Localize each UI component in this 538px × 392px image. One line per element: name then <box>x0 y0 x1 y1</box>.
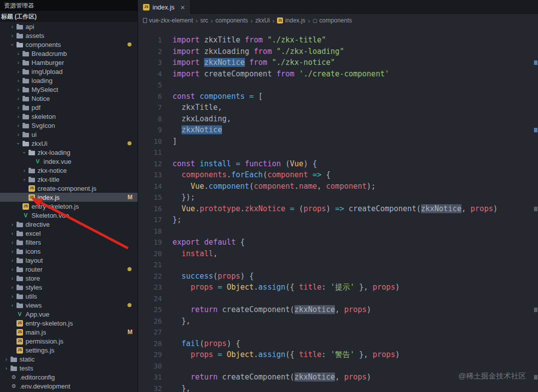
tree-item-tests[interactable]: ›tests <box>0 364 138 373</box>
javascript-file-icon: JS <box>16 338 23 345</box>
tree-item-api[interactable]: ›api <box>0 22 138 31</box>
code-line: 21 <box>138 259 538 271</box>
tree-item-loading[interactable]: ›loading <box>0 76 138 85</box>
breadcrumb-item-components[interactable]: components <box>216 17 248 24</box>
code-token: ( <box>281 159 290 168</box>
chevron-right-icon: › <box>15 86 22 93</box>
modified-contents-dot <box>128 303 132 307</box>
tree-item-zkx-title[interactable]: ›zkx-title <box>0 175 138 184</box>
tree-item-entry-skeleton-js[interactable]: JSentry-skeleton.js <box>0 202 138 211</box>
line-number: 28 <box>138 338 162 350</box>
code-token: }, <box>354 350 372 359</box>
tree-item-skeleton-vue[interactable]: VSkeleton.vue <box>0 211 138 220</box>
folder-icon <box>28 169 35 173</box>
line-number: 20 <box>138 248 162 260</box>
tree-item-ui[interactable]: ›ui <box>0 130 138 139</box>
code-token <box>240 159 244 168</box>
tree-item-hamburger[interactable]: ›Hamburger <box>0 58 138 67</box>
tree-item-views[interactable]: ›views <box>0 301 138 310</box>
workspace-section-header[interactable]: 标题 (工作区) <box>0 11 138 22</box>
tree-item-router[interactable]: ›router <box>0 265 138 274</box>
code-token: }); <box>172 193 195 202</box>
tree-item-assets[interactable]: ›assets <box>0 31 138 40</box>
tree-item-svgicon[interactable]: ›SvgIcon <box>0 121 138 130</box>
javascript-file-icon: JS <box>277 17 283 23</box>
line-number: 3 <box>138 57 162 68</box>
tree-item-label: directive <box>26 221 50 228</box>
file-tree: ›api›assets›components›Breadcrumb›Hambur… <box>0 22 138 392</box>
code-editor[interactable]: 1import zkxTitle from "./zkx-title"2impo… <box>138 27 538 392</box>
tree-item-permission-js[interactable]: JSpermission.js <box>0 337 138 346</box>
code-token <box>286 204 290 213</box>
tree-item-utils[interactable]: ›utils <box>0 292 138 301</box>
tree-item-layout[interactable]: ›layout <box>0 256 138 265</box>
folder-icon <box>16 259 23 263</box>
tree-item-static[interactable]: ›static <box>0 355 138 364</box>
tree-item-myselect[interactable]: ›MySelect <box>0 85 138 94</box>
chevron-right-icon: › <box>3 356 10 363</box>
tree-item-env-development[interactable]: ⚙.env.development <box>0 382 138 391</box>
tab-index-js[interactable]: JS index.js × <box>138 0 190 14</box>
tree-item-imgupload[interactable]: ›imgUpload <box>0 67 138 76</box>
tree-item-filters[interactable]: ›filters <box>0 238 138 247</box>
tree-item-pdf[interactable]: ›pdf <box>0 103 138 112</box>
code-line: 27 <box>138 327 538 338</box>
code-token: , <box>335 373 344 382</box>
tree-item-styles[interactable]: ›styles <box>0 283 138 292</box>
folder-open-icon <box>16 43 23 47</box>
folder-icon <box>16 286 23 290</box>
tree-item-zkxui[interactable]: ›zkxUi <box>0 139 138 148</box>
tree-item-settings-js[interactable]: JSsettings.js <box>0 346 138 355</box>
tree-item-label: components <box>26 41 61 48</box>
tree-item-index-js[interactable]: JSindex.jsM <box>0 193 138 202</box>
code-token: [ <box>254 92 263 101</box>
tree-item-directive[interactable]: ›directive <box>0 220 138 229</box>
code-line: 4import createComponent from './create-c… <box>138 68 538 80</box>
tree-item-label: .editorconfig <box>20 374 55 381</box>
code-token: install <box>200 159 231 168</box>
breadcrumb-separator: › <box>196 17 198 24</box>
breadcrumb-label: src <box>200 17 208 24</box>
breadcrumb-item-index-js[interactable]: JSindex.js <box>277 17 306 24</box>
tree-item-create-component-js[interactable]: JScreate-component.js <box>0 184 138 193</box>
vscode-window: 资源管理器 标题 (工作区) ›api›assets›components›Br… <box>0 0 538 392</box>
close-icon[interactable]: × <box>180 3 185 11</box>
breadcrumb-item-zkxui[interactable]: zkxUi <box>255 17 270 24</box>
tree-item-breadcrumb[interactable]: ›Breadcrumb <box>0 49 138 58</box>
code-text: zkxLoading, <box>172 113 231 125</box>
explorer-title: 资源管理器 <box>0 0 138 11</box>
tree-item-zkx-loading[interactable]: ›zkx-loading <box>0 148 138 157</box>
folder-icon <box>16 304 23 308</box>
javascript-file-icon: JS <box>16 347 23 354</box>
tree-item-label: Hamburger <box>32 59 64 66</box>
tree-item-app-vue[interactable]: VApp.vue <box>0 310 138 319</box>
tree-item-excel[interactable]: ›excel <box>0 229 138 238</box>
chevron-right-icon: › <box>9 257 16 264</box>
code-token: ( <box>263 170 268 179</box>
chevron-right-icon: › <box>15 122 22 129</box>
code-token: = <box>218 283 222 292</box>
tree-item-main-js[interactable]: JSmain.jsM <box>0 328 138 337</box>
tree-item-notice[interactable]: ›Notice <box>0 94 138 103</box>
code-token: props <box>344 373 366 382</box>
tree-item-zkx-notice[interactable]: ›zkx-notice <box>0 166 138 175</box>
breadcrumb-item-components[interactable]: ▢components <box>312 17 352 24</box>
tree-item-skeleton[interactable]: ›skeleton <box>0 112 138 121</box>
breadcrumb-item-src[interactable]: src <box>200 17 208 24</box>
code-token: props <box>218 272 240 281</box>
tree-item-index-vue[interactable]: Vindex.vue <box>0 157 138 166</box>
tree-item-label: styles <box>26 284 42 291</box>
code-text: }; <box>172 214 182 226</box>
tree-item-editorconfig[interactable]: ⚙.editorconfig <box>0 373 138 382</box>
tree-item-icons[interactable]: ›icons <box>0 247 138 256</box>
code-token: zkxTitle, <box>172 103 222 112</box>
line-number: 1 <box>138 34 162 46</box>
code-token: ({ <box>286 350 299 359</box>
tree-item-entry-skeleton-js[interactable]: JSentry-skeleton.js <box>0 319 138 328</box>
code-token: { <box>236 238 244 247</box>
folder-icon <box>16 250 23 254</box>
tree-item-store[interactable]: ›store <box>0 274 138 283</box>
tree-item-components[interactable]: ›components <box>0 40 138 49</box>
tree-item-label: router <box>26 266 42 273</box>
breadcrumb-item-vue-zkx-element[interactable]: vue-zkx-element <box>143 17 193 24</box>
